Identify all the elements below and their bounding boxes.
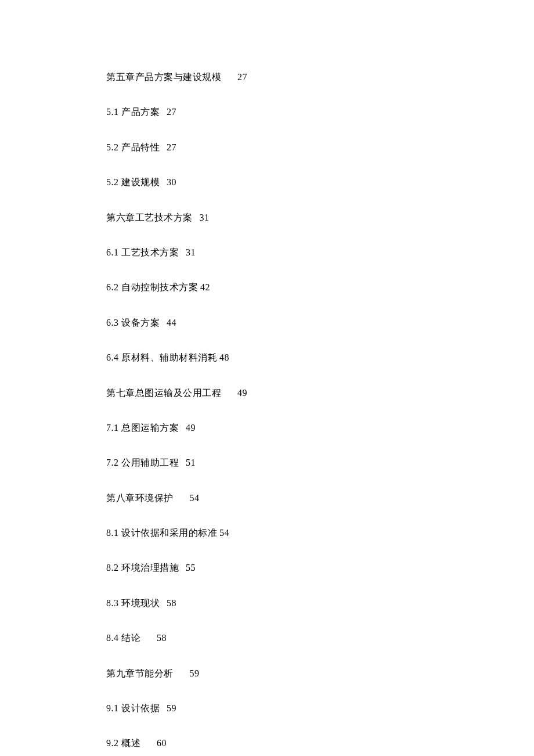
- toc-entry-text: 第六章工艺技术方案: [106, 213, 193, 222]
- toc-entry-page: 42: [200, 282, 210, 292]
- toc-entry-page: 58: [157, 633, 167, 643]
- toc-entry-text: 9.1 设计依据: [106, 703, 160, 713]
- toc-entry-text: 第八章环境保护: [106, 493, 174, 503]
- toc-entry-page: 51: [186, 458, 196, 467]
- toc-line: 第九章节能分析59: [106, 667, 534, 680]
- toc-entry-text: 第九章节能分析: [106, 668, 174, 678]
- toc-line: 第六章工艺技术方案31: [106, 211, 534, 224]
- toc-line: 第七章总图运输及公用工程49: [106, 387, 534, 399]
- toc-entry-text: 9.2 概述: [106, 738, 140, 748]
- toc-entry-page: 31: [186, 247, 196, 257]
- toc-line: 8.1 设计依据和采用的标准54: [106, 527, 534, 539]
- toc-line: 6.2 自动控制技术方案42: [106, 281, 534, 294]
- toc-line: 9.2 概述60: [106, 737, 534, 750]
- toc-entry-text: 6.2 自动控制技术方案: [106, 282, 198, 292]
- toc-entry-page: 49: [186, 423, 196, 433]
- toc-line: 5.1 产品方案27: [106, 106, 534, 118]
- toc-entry-text: 8.3 环境现状: [106, 598, 160, 608]
- toc-entry-page: 59: [190, 668, 200, 678]
- toc-line: 5.2 产品特性27: [106, 141, 534, 154]
- toc-entry-page: 31: [200, 213, 210, 222]
- toc-entry-page: 44: [167, 318, 176, 327]
- toc-line: 8.2 环境治理措施55: [106, 561, 534, 574]
- toc-line: 第八章环境保护54: [106, 492, 534, 505]
- toc-line: 7.1 总图运输方案49: [106, 422, 534, 434]
- toc-line: 8.4 结论58: [106, 632, 534, 645]
- toc-entry-text: 7.2 公用辅助工程: [106, 458, 179, 467]
- toc-entry-page: 30: [167, 177, 176, 187]
- toc-line: 6.4 原材料、辅助材料消耗48: [106, 351, 534, 364]
- toc-entry-text: 第五章产品方案与建设规模: [106, 72, 221, 82]
- toc-entry-page: 60: [157, 738, 167, 748]
- toc-entry-text: 8.2 环境治理措施: [106, 563, 179, 573]
- toc-line: 7.2 公用辅助工程51: [106, 456, 534, 469]
- toc-entry-page: 58: [167, 598, 176, 608]
- toc-line: 第五章产品方案与建设规模27: [106, 71, 534, 84]
- toc-entry-text: 5.2 建设规模: [106, 177, 160, 187]
- toc-entry-text: 第七章总图运输及公用工程: [106, 388, 221, 398]
- toc-line: 6.3 设备方案44: [106, 316, 534, 329]
- toc-entry-page: 48: [219, 352, 229, 362]
- toc-line: 8.3 环境现状58: [106, 597, 534, 610]
- toc-line: 6.1 工艺技术方案31: [106, 246, 534, 259]
- toc-entry-page: 54: [219, 528, 229, 538]
- toc-entry-text: 6.1 工艺技术方案: [106, 247, 179, 257]
- toc-line: 5.2 建设规模30: [106, 176, 534, 189]
- toc-container: 第五章产品方案与建设规模275.1 产品方案275.2 产品特性275.2 建设…: [106, 71, 534, 756]
- toc-entry-page: 49: [237, 388, 247, 398]
- toc-entry-page: 27: [167, 107, 176, 117]
- toc-entry-page: 54: [190, 493, 200, 503]
- toc-entry-page: 27: [167, 142, 176, 152]
- toc-entry-page: 27: [237, 72, 247, 82]
- toc-entry-page: 55: [186, 563, 196, 573]
- toc-line: 9.1 设计依据59: [106, 702, 534, 715]
- toc-entry-text: 8.4 结论: [106, 633, 140, 643]
- toc-entry-page: 59: [167, 703, 176, 713]
- toc-entry-text: 8.1 设计依据和采用的标准: [106, 528, 217, 538]
- toc-entry-text: 6.3 设备方案: [106, 318, 160, 327]
- toc-entry-text: 7.1 总图运输方案: [106, 423, 179, 433]
- toc-entry-text: 6.4 原材料、辅助材料消耗: [106, 352, 217, 362]
- toc-entry-text: 5.2 产品特性: [106, 142, 160, 152]
- toc-entry-text: 5.1 产品方案: [106, 107, 160, 117]
